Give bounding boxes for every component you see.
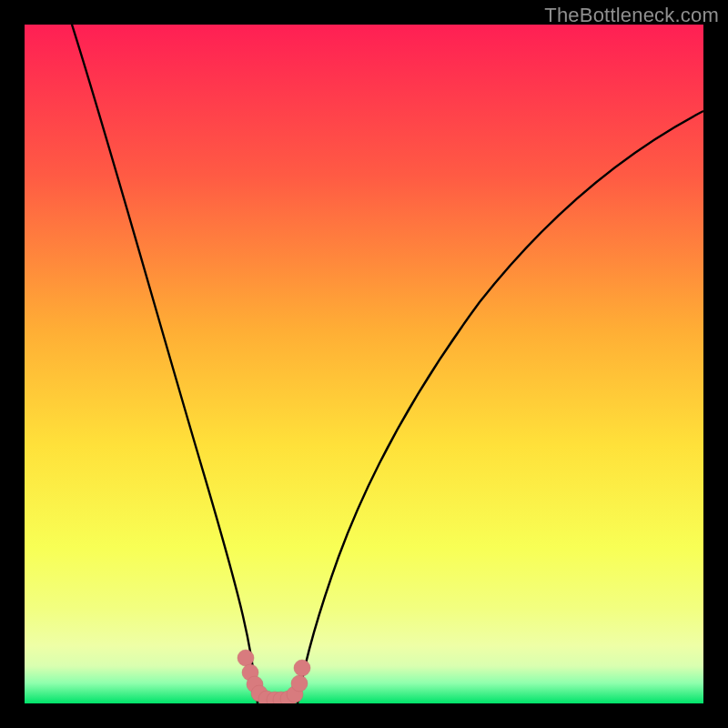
chart-background [25,25,703,703]
watermark-text: TheBottleneck.com [544,4,719,27]
plot-area [25,25,703,703]
chart-svg [25,25,703,703]
svg-point-9 [291,675,308,692]
svg-point-0 [238,650,254,666]
chart-frame: TheBottleneck.com [0,0,728,728]
svg-point-10 [294,660,310,676]
